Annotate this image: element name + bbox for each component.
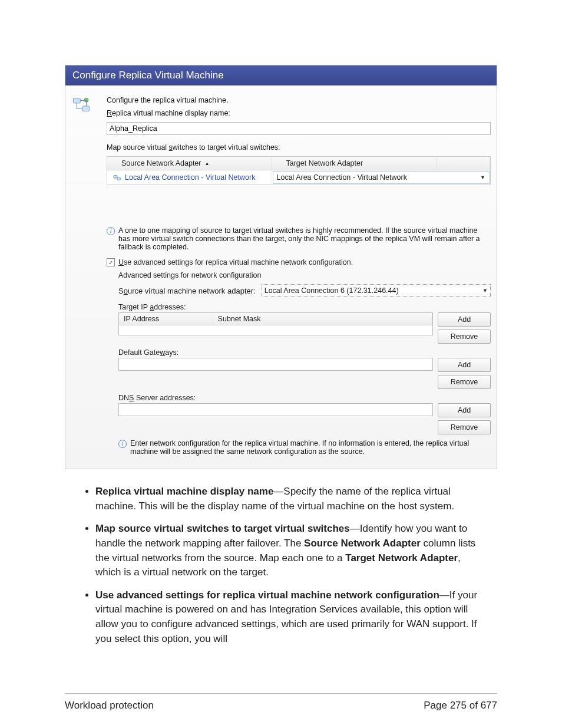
info-text-1: A one to one mapping of source to target…	[118, 226, 491, 251]
target-ip-label: Target IP addresses:	[118, 303, 491, 311]
advanced-section-title: Advanced settings for network configurat…	[118, 271, 491, 279]
dns-grid[interactable]	[118, 403, 433, 416]
gateway-label: Default Gateways:	[118, 348, 491, 357]
ip-address-grid[interactable]: IP Address Subnet Mask	[118, 312, 433, 335]
advanced-settings-label: Use advanced settings for replica virtua…	[118, 258, 353, 266]
gateway-add-button[interactable]: Add	[438, 358, 491, 372]
name-label: Replica virtual machine display name:	[107, 109, 491, 117]
info-icon: i	[118, 440, 127, 448]
dns-remove-button[interactable]: Remove	[438, 420, 491, 434]
target-adapter-dropdown[interactable]: Local Area Connection - Virtual Network …	[273, 171, 490, 184]
svg-rect-1	[82, 106, 90, 111]
advanced-settings-checkbox[interactable]: ✓	[107, 258, 115, 266]
dns-add-button[interactable]: Add	[438, 403, 491, 417]
sort-asc-icon: ▲	[205, 161, 210, 166]
col-source-header[interactable]: Source Network Adapter▲	[107, 157, 272, 170]
footer-right: Page 275 of 677	[424, 700, 497, 711]
chevron-down-icon: ▼	[482, 288, 488, 294]
ip-remove-button[interactable]: Remove	[438, 330, 491, 344]
footer-left: Workload protection	[65, 700, 154, 711]
intro-text: Configure the replica virtual machine.	[107, 96, 491, 104]
info-text-2: Enter network configuration for the repl…	[130, 439, 491, 456]
dialog: Configure Replica Virtual Machine Config…	[65, 65, 497, 469]
chevron-down-icon: ▼	[480, 174, 485, 180]
replica-name-input[interactable]	[107, 122, 491, 135]
document-body: Replica virtual machine display name—Spe…	[65, 485, 497, 646]
switch-mapping-table: Source Network Adapter▲ Target Network A…	[107, 156, 491, 185]
ip-col-header: IP Address	[119, 313, 213, 325]
list-item: Use advanced settings for replica virtua…	[95, 588, 487, 647]
dns-label: DNS Server addresses:	[118, 394, 491, 402]
col-target-header[interactable]: Target Network Adapter	[272, 157, 438, 170]
source-adapter-label: Source virtual machine network adapter:	[118, 286, 256, 295]
adapter-icon	[113, 174, 121, 181]
svg-rect-0	[73, 98, 80, 103]
table-row: Local Area Connection - Virtual Network …	[107, 170, 490, 185]
info-icon: i	[107, 227, 115, 235]
svg-rect-3	[114, 176, 117, 178]
list-item: Map source virtual switches to target vi…	[95, 522, 487, 580]
dialog-title: Configure Replica Virtual Machine	[65, 65, 497, 85]
list-item: Replica virtual machine display name—Spe…	[95, 485, 487, 513]
network-icon	[71, 96, 91, 116]
map-label: Map source virtual switches to target vi…	[107, 143, 491, 151]
source-adapter-dropdown[interactable]: Local Area Connection 6 (172.31.246.44) …	[262, 284, 491, 297]
svg-rect-4	[117, 177, 121, 180]
subnet-col-header: Subnet Mask	[213, 313, 432, 325]
gateway-remove-button[interactable]: Remove	[438, 375, 491, 389]
ip-add-button[interactable]: Add	[438, 312, 491, 327]
gateway-grid[interactable]	[118, 358, 433, 371]
